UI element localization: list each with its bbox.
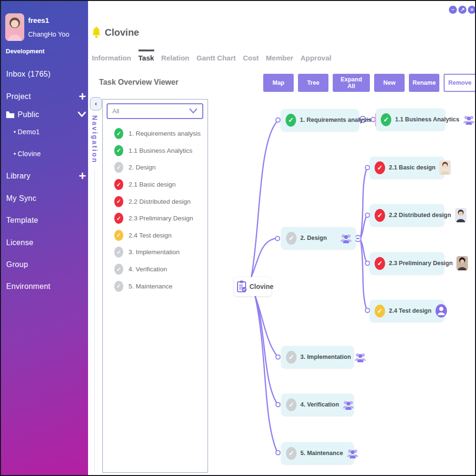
- tab-gantt-chart[interactable]: Gantt Chart: [197, 50, 236, 62]
- map-root-node[interactable]: Clovine: [234, 277, 271, 296]
- avatar[interactable]: [5, 13, 24, 41]
- task-label: 3. Implementation: [129, 248, 179, 256]
- sidebar-item-library[interactable]: Library: [6, 172, 30, 180]
- task-list-item[interactable]: ✓4. Verification: [103, 261, 208, 278]
- window-controls: − ↗ ×: [449, 6, 476, 14]
- map-node-label: 1. Requirements analysis: [300, 117, 371, 123]
- map-node-basic-design[interactable]: ✓ 2.1 Basic design: [370, 157, 444, 178]
- sidebar-item-public[interactable]: Public: [6, 110, 39, 120]
- sidebar-item-inbox[interactable]: Inbox (1765): [6, 70, 50, 79]
- status-check-icon: ✓: [114, 196, 123, 207]
- map-node-label: 3. Implementation: [300, 354, 351, 360]
- profile-username: frees1: [28, 16, 69, 24]
- sidebar-item-license[interactable]: License: [6, 238, 33, 247]
- task-list-item[interactable]: ✓1. Requirements analysis: [103, 125, 208, 142]
- task-list-item[interactable]: ✓5. Maintenance: [103, 278, 208, 295]
- dot-icon: [14, 131, 16, 133]
- add-library-button plus-icon[interactable]: +: [77, 171, 88, 181]
- profile-fullname: ChangHo Yoo: [28, 30, 69, 38]
- rename-button[interactable]: Rename: [409, 74, 439, 92]
- status-check-icon: ✓: [286, 447, 297, 460]
- status-check-icon: ✓: [286, 232, 297, 245]
- tab-information[interactable]: Information: [92, 50, 131, 62]
- tab-approval[interactable]: Approval: [300, 50, 331, 62]
- map-node-business-analytics[interactable]: ✓ 1.1 Business Analytics: [376, 109, 445, 130]
- add-project-button plus-icon[interactable]: +: [77, 91, 88, 102]
- task-filter-value: All: [112, 108, 189, 115]
- map-node-verification[interactable]: ✓ 4. Verification: [281, 394, 354, 416]
- sidebar-item-my-sync[interactable]: My Sync: [6, 194, 36, 203]
- new-button[interactable]: New: [374, 74, 405, 92]
- map-node-label: 2. Design: [300, 235, 337, 241]
- status-check-icon: ✓: [381, 113, 391, 126]
- task-list-item[interactable]: ✓2.1 Basic design: [103, 176, 208, 193]
- sidebar-item-environment[interactable]: Environment: [6, 282, 50, 291]
- map-node-requirements-analysis[interactable]: ✓ 1. Requirements analysis: [281, 109, 359, 131]
- task-filter-select[interactable]: All: [107, 103, 203, 119]
- task-list: ✓1. Requirements analysis ✓1.1 Business …: [103, 125, 208, 295]
- member-photo-icon: [456, 256, 468, 270]
- group-icon: [463, 114, 475, 125]
- map-node-label: 2.2 Distributed design: [389, 212, 451, 218]
- map-node-test-design[interactable]: ✓ 2.4 Test design: [370, 300, 444, 322]
- minimize-button[interactable]: −: [449, 6, 457, 14]
- map-node-label: 2.4 Test design: [389, 307, 431, 314]
- maximize-button[interactable]: ↗: [458, 6, 466, 14]
- expand-all-button[interactable]: Expand All: [333, 74, 370, 92]
- close-button[interactable]: ×: [468, 6, 476, 14]
- task-list-item[interactable]: ✓2. Design: [103, 159, 208, 176]
- map-node-implementation[interactable]: ✓ 3. Implementation: [281, 346, 354, 368]
- status-check-icon: ✓: [114, 128, 123, 139]
- tree-button[interactable]: Tree: [298, 74, 328, 92]
- viewer-title: Task Overview Viewer: [99, 78, 178, 87]
- map-node-label: 2.3 Preliminary Design: [389, 260, 453, 267]
- page-title: Clovine: [105, 27, 139, 38]
- status-check-icon: ✓: [286, 351, 297, 364]
- chevron-down-icon[interactable]: [77, 111, 87, 120]
- status-check-icon: ✓: [114, 264, 123, 275]
- status-check-icon: ✓: [114, 162, 123, 173]
- sidebar: frees1 ChangHo Yoo Development Inbox (17…: [0, 0, 88, 476]
- sidebar-item-project[interactable]: Project: [6, 92, 31, 101]
- person-circle-icon: [435, 304, 447, 318]
- navigation-collapse-button chevron-left-icon[interactable]: ‹: [90, 97, 102, 110]
- task-list-item[interactable]: ✓2.2 Distributed design: [103, 193, 208, 210]
- task-list-item[interactable]: ✓1.1 Business Analytics: [103, 142, 208, 159]
- map-node-preliminary-design[interactable]: ✓ 2.3 Preliminary Design: [370, 252, 444, 274]
- tab-member[interactable]: Member: [266, 50, 294, 62]
- status-check-icon: ✓: [375, 305, 385, 317]
- sidebar-item-template[interactable]: Template: [6, 216, 38, 225]
- sidebar-item-public-label: Public: [18, 110, 39, 119]
- tab-relation[interactable]: Relation: [161, 50, 189, 62]
- sidebar-item-clovine[interactable]: Clovine: [14, 150, 41, 158]
- chevron-down-icon: [189, 107, 198, 116]
- tab-task[interactable]: Task: [139, 50, 154, 62]
- remove-button[interactable]: Remove: [444, 74, 476, 92]
- task-label: 1. Requirements analysis: [129, 130, 201, 137]
- sidebar-item-demo1[interactable]: Demo1: [14, 128, 40, 136]
- sidebar-item-group[interactable]: Group: [6, 260, 28, 269]
- sidebar-item-demo1-label: Demo1: [18, 128, 40, 136]
- task-list-item[interactable]: ✓2.4 Test design: [103, 227, 208, 244]
- map-node-maintenance[interactable]: ✓ 5. Maintenance: [281, 442, 354, 464]
- member-photo-icon: [455, 208, 466, 222]
- map-node-distributed-design[interactable]: ✓ 2.2 Distributed design: [370, 204, 444, 226]
- dot-icon: [14, 153, 16, 155]
- status-check-icon: ✓: [375, 161, 385, 174]
- map-node-design[interactable]: ✓ 2. Design: [281, 227, 356, 249]
- task-label: 2.3 Preliminary Design: [129, 215, 193, 222]
- status-check-icon: ✓: [114, 230, 123, 241]
- task-label: 2.2 Distributed design: [129, 198, 191, 205]
- toolbar: Map Tree Expand All New Rename Remove: [263, 74, 476, 92]
- status-check-icon: ✓: [114, 247, 123, 258]
- map-node-label: 5. Maintenance: [300, 450, 343, 456]
- map-button[interactable]: Map: [263, 74, 294, 92]
- status-check-icon: ✓: [375, 209, 385, 222]
- task-list-item[interactable]: ✓2.3 Preliminary Design: [103, 210, 208, 227]
- task-label: 2.1 Basic design: [129, 181, 176, 188]
- task-list-item[interactable]: ✓3. Implementation: [103, 244, 208, 261]
- status-check-icon: ✓: [375, 257, 385, 270]
- tab-cost[interactable]: Cost: [243, 50, 258, 62]
- status-check-icon: ✓: [114, 179, 123, 190]
- task-label: 2. Design: [129, 164, 156, 171]
